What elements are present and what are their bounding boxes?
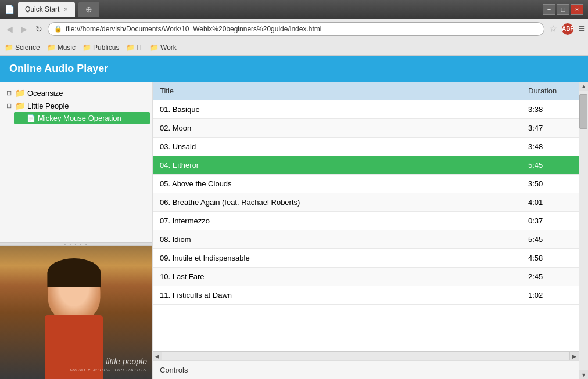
address-bar[interactable]: 🔒 file:///home/dervish/Documents/Work/10… xyxy=(48,22,544,36)
table-row[interactable]: 11. Fisticuffs at Dawn1:02 xyxy=(153,286,579,305)
table-row[interactable]: 07. Intermezzo0:37 xyxy=(153,212,579,230)
track-duration: 2:45 xyxy=(521,268,579,286)
controls-label: Controls xyxy=(160,366,188,374)
album-art: little people MICKEY MOUSE OPERATION xyxy=(0,246,153,379)
track-duration: 3:47 xyxy=(521,119,579,137)
refresh-button[interactable]: ↻ xyxy=(33,22,45,36)
horizontal-scrollbar[interactable]: ◀ ▶ xyxy=(153,351,579,360)
window-controls: − □ × xyxy=(543,4,583,15)
bookmark-label: Science xyxy=(15,44,40,52)
scroll-left-button[interactable]: ◀ xyxy=(153,352,162,361)
track-title: 08. Idiom xyxy=(153,230,521,248)
track-title: 04. Eitheror xyxy=(153,156,521,174)
sidebar: ⊞ 📁 Oceansize ⊟ 📁 Little People 📄 xyxy=(0,82,153,379)
table-row[interactable]: 04. Eitheror5:45 xyxy=(153,156,579,175)
tab-title: Quick Start xyxy=(25,5,59,13)
folder-icon: 📁 xyxy=(47,44,56,52)
scroll-track[interactable] xyxy=(579,91,588,370)
header-duration: Duration xyxy=(521,82,579,100)
folder-icon: 📁 xyxy=(150,44,159,52)
track-title: 05. Above the Clouds xyxy=(153,175,521,193)
vertical-scrollbar[interactable]: ▲ ▼ xyxy=(579,82,588,379)
bookmarks-bar: 📁 Science 📁 Music 📁 Publicus 📁 IT 📁 Work xyxy=(0,39,588,56)
folder-icon: 📁 xyxy=(15,88,25,98)
app-content: Online Audio Player ⊞ 📁 Oceansize ⊟ 📁 xyxy=(0,56,588,379)
page-icon: 📄 xyxy=(5,5,15,14)
tree-area: ⊞ 📁 Oceansize ⊟ 📁 Little People 📄 xyxy=(0,82,152,242)
track-duration: 1:02 xyxy=(521,286,579,304)
header-title: Title xyxy=(153,82,521,100)
table-row[interactable]: 01. Basique3:38 xyxy=(153,100,579,119)
track-title: 01. Basique xyxy=(153,100,521,118)
address-text: file:///home/dervish/Documents/Work/10_W… xyxy=(66,25,538,33)
track-title: 09. Inutile et Indispensable xyxy=(153,249,521,267)
folder-icon: 📁 xyxy=(83,44,91,52)
track-duration: 3:48 xyxy=(521,138,579,156)
table-row[interactable]: 06. Breathe Again (feat. Rachael Roberts… xyxy=(153,193,579,212)
inactive-tab[interactable]: ⊕ xyxy=(78,2,99,17)
track-title: 06. Breathe Again (feat. Rachael Roberts… xyxy=(153,193,521,211)
bookmark-it[interactable]: 📁 IT xyxy=(126,44,143,52)
bookmark-star-icon[interactable]: ☆ xyxy=(549,23,557,34)
bookmark-work[interactable]: 📁 Work xyxy=(150,44,177,52)
forward-button[interactable]: ▶ xyxy=(18,22,30,36)
track-duration: 4:58 xyxy=(521,249,579,267)
tab-close-icon[interactable]: × xyxy=(64,6,67,13)
app-title: Online Audio Player xyxy=(9,63,108,74)
folder-icon: 📁 xyxy=(126,44,135,52)
table-body[interactable]: 01. Basique3:3802. Moon3:4703. Unsaid3:4… xyxy=(153,100,579,351)
table-row[interactable]: 09. Inutile et Indispensable4:58 xyxy=(153,249,579,268)
sidebar-item-mickey-mouse-operation[interactable]: 📄 Mickey Mouse Operation xyxy=(14,112,150,124)
track-table: Title Duration 01. Basique3:3802. Moon3:… xyxy=(153,82,579,351)
bookmark-label: Work xyxy=(160,44,177,52)
bookmark-music[interactable]: 📁 Music xyxy=(47,44,76,52)
track-title: 11. Fisticuffs at Dawn xyxy=(153,286,521,304)
browser-menu-icon[interactable]: ≡ xyxy=(578,23,585,35)
tree-children: 📄 Mickey Mouse Operation xyxy=(2,112,150,124)
track-duration: 4:01 xyxy=(521,193,579,211)
bookmark-science[interactable]: 📁 Science xyxy=(5,44,40,52)
title-bar: 📄 Quick Start × ⊕ − □ × xyxy=(0,0,588,19)
scroll-thumb[interactable] xyxy=(579,94,587,129)
minimize-button[interactable]: − xyxy=(543,4,555,15)
table-row[interactable]: 03. Unsaid3:48 xyxy=(153,138,579,156)
collapse-icon: ⊟ xyxy=(5,102,13,110)
adblock-badge[interactable]: ABP xyxy=(562,23,573,35)
scroll-down-button[interactable]: ▼ xyxy=(579,370,588,379)
navigation-bar: ◀ ▶ ↻ 🔒 file:///home/dervish/Documents/W… xyxy=(0,19,588,39)
table-row[interactable]: 02. Moon3:47 xyxy=(153,119,579,138)
album-art-background: little people MICKEY MOUSE OPERATION xyxy=(0,246,153,379)
table-row[interactable]: 10. Last Fare2:45 xyxy=(153,268,579,286)
back-button[interactable]: ◀ xyxy=(3,22,16,36)
scroll-up-button[interactable]: ▲ xyxy=(579,82,588,91)
track-duration: 3:38 xyxy=(521,100,579,118)
bookmark-publicus[interactable]: 📁 Publicus xyxy=(83,44,119,52)
folder-icon: 📁 xyxy=(5,44,13,52)
close-button[interactable]: × xyxy=(571,4,583,15)
scroll-right-button[interactable]: ▶ xyxy=(569,352,579,361)
track-duration: 0:37 xyxy=(521,212,579,230)
sidebar-item-little-people[interactable]: ⊟ 📁 Little People xyxy=(2,99,150,112)
new-tab-icon: ⊕ xyxy=(85,5,92,14)
file-icon: 📄 xyxy=(27,114,35,122)
track-duration: 5:45 xyxy=(521,156,579,174)
folder-icon: 📁 xyxy=(15,101,25,110)
album-text-line2: MICKEY MOUSE OPERATION xyxy=(70,367,147,373)
table-row[interactable]: 08. Idiom5:45 xyxy=(153,230,579,249)
address-lock-icon: 🔒 xyxy=(54,25,62,33)
track-duration: 3:50 xyxy=(521,175,579,193)
sidebar-item-label: Oceansize xyxy=(27,89,63,98)
table-with-scroll: Title Duration 01. Basique3:3802. Moon3:… xyxy=(153,82,588,379)
active-tab[interactable]: Quick Start × xyxy=(18,2,75,17)
track-title: 02. Moon xyxy=(153,119,521,137)
bookmark-label: IT xyxy=(137,44,143,52)
sidebar-item-label: Little People xyxy=(27,102,69,110)
table-row[interactable]: 05. Above the Clouds3:50 xyxy=(153,175,579,193)
maximize-button[interactable]: □ xyxy=(557,4,569,15)
scroll-track[interactable] xyxy=(162,352,569,361)
app-header: Online Audio Player xyxy=(0,56,588,82)
track-duration: 5:45 xyxy=(521,230,579,248)
sidebar-item-oceansize[interactable]: ⊞ 📁 Oceansize xyxy=(2,86,150,99)
track-title: 07. Intermezzo xyxy=(153,212,521,230)
controls-bar: Controls xyxy=(153,360,579,379)
